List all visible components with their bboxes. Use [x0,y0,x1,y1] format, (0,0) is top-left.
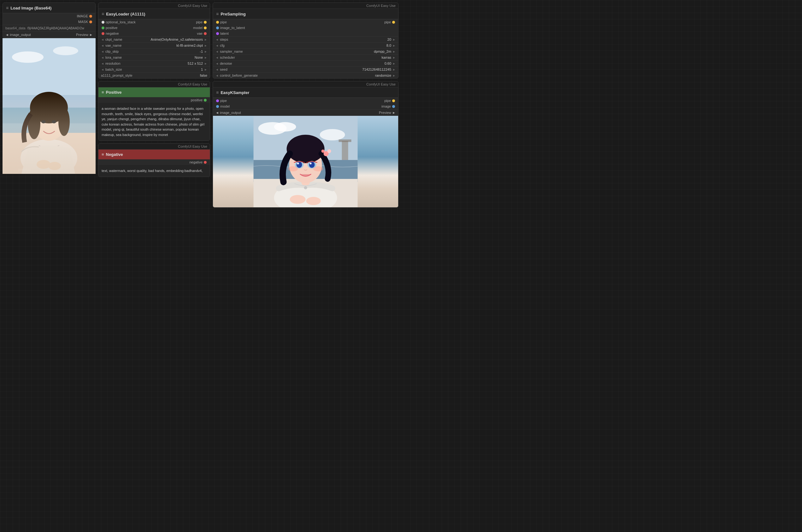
cfg-arrow-left[interactable]: ◄ [215,44,218,48]
easysampler-badge: ComfyUI Easy Use [213,81,398,88]
cfg-label: cfg [220,43,225,48]
svg-point-39 [313,166,323,171]
presampling-pipe-in-label: pipe [220,20,227,24]
ckpt-arrow-right[interactable]: ► [204,38,207,41]
clip-arrow-right[interactable]: ► [204,50,207,53]
svg-point-5 [53,46,78,55]
negative-header: ≡ Negative [98,150,210,159]
control-arrow-left[interactable]: ◄ [215,74,218,77]
lora-name-row: ◄ lora_name None ► [98,54,210,60]
denoise-arrow-left[interactable]: ◄ [215,62,218,65]
control-before-generate-label: control_before_generate [220,74,258,77]
sampler-name-row: ◄ sampler_name dpmpp_2m ► [213,48,398,54]
lora-stack-dot [101,21,104,24]
lora-name-label: lora_name [106,56,122,59]
ckpt-arrow-left[interactable]: ◄ [101,38,104,41]
latent-dot [216,32,219,35]
vae-arrow-left[interactable]: ◄ [101,44,104,48]
svg-rect-2 [2,108,96,133]
prompt-style-value: false [200,74,207,77]
negative-output-label: negative [189,160,203,164]
lora-arrow-right[interactable]: ► [204,56,207,59]
vae-arrow-right[interactable]: ► [204,44,207,48]
preview-btn[interactable]: Preview ► [76,33,93,37]
presampling-title: PreSampling [221,12,246,16]
batch-arrow-left[interactable]: ◄ [101,68,104,71]
easysampler-pipe-out-label: pipe [384,99,391,102]
svg-rect-6 [2,133,96,174]
source-photo-svg: yenaluiz [2,38,96,174]
easysampler-pipe-out-dot [392,99,395,102]
image-output-btn[interactable]: ◄ image_output [5,33,31,37]
negative-output-row: negative [98,159,210,165]
sched-arrow-left[interactable]: ◄ [215,56,218,59]
svg-rect-1 [2,95,96,114]
image-output-label: IMAGE [77,14,88,18]
sched-arrow-right[interactable]: ► [393,56,396,59]
negative-text[interactable]: text, watermark, worst quality, bad hand… [98,165,210,177]
image-output-row: IMAGE [3,13,95,19]
svg-point-35 [309,162,315,168]
seed-arrow-left[interactable]: ◄ [215,68,218,71]
denoise-value: 0.60 [385,61,391,65]
res-arrow-left[interactable]: ◄ [101,62,104,65]
positive-io-row: positive model [98,25,210,31]
presampling-pipe-out-dot [392,21,395,24]
svg-point-20 [320,129,345,140]
positive-output-dot [204,99,207,101]
model-out-dot [204,26,207,29]
svg-point-34 [297,162,302,168]
easysampler-node: ComfyUI Easy Use ≡ EasyKSampler pipe pip… [213,81,399,208]
seed-value: 714212648112245 [362,68,391,71]
svg-rect-22 [339,139,351,142]
cfg-row: ◄ cfg 8.0 ► [213,42,398,48]
svg-point-4 [12,52,43,63]
lora-arrow-left[interactable]: ◄ [101,56,104,59]
clip-arrow-left[interactable]: ◄ [101,50,104,53]
steps-row: ◄ steps 20 ► [213,36,398,42]
res-arrow-right[interactable]: ► [204,62,207,65]
pipe-out-dot [204,21,207,24]
denoise-arrow-right[interactable]: ► [393,62,396,65]
control-arrow-right[interactable]: ► [393,74,396,77]
svg-point-37 [310,163,312,165]
seed-arrow-right[interactable]: ► [393,68,396,71]
steps-arrow-right[interactable]: ► [393,38,396,41]
vae-name-value: kl-f8-anime2.ckpt [176,43,203,48]
svg-point-42 [306,197,321,205]
steps-arrow-left[interactable]: ◄ [215,38,218,41]
generated-photo [213,116,398,207]
preview-row[interactable]: ◄ image_output Preview ► [3,31,95,38]
svg-rect-21 [342,141,348,160]
model-out-label: model [193,26,203,30]
svg-point-13 [52,120,56,124]
svg-point-14 [37,160,51,169]
easysampler-image-output-btn[interactable]: ◄ image_output [215,111,241,115]
steps-value: 20 [387,38,391,41]
presampling-pipe-in-dot [216,21,219,24]
vae-name-label: vae_name [106,43,121,48]
sampler-arrow-right[interactable]: ► [393,50,396,53]
sampler-arrow-left[interactable]: ◄ [215,50,218,53]
easysampler-preview-btn[interactable]: Preview ► [379,111,396,115]
control-before-generate-value: randomize [375,74,391,77]
svg-point-40 [304,186,307,189]
batch-size-row: ◄ batch_size 1 ► [98,66,210,72]
prompt-style-row: a1111_prompt_style false [98,72,210,78]
easysampler-pipe-row: pipe pipe [213,98,398,103]
presampling-pipe-row: pipe pipe [213,19,398,25]
easysampler-model-row: model image [213,103,398,109]
batch-arrow-right[interactable]: ► [204,68,207,71]
cfg-arrow-right[interactable]: ► [393,44,396,48]
load-image-header: ≡ Load Image (Base64) [3,3,95,13]
ckpt-name-row: ◄ ckpt_name Anime|OnlyAnime_v2.safetenso… [98,36,210,42]
resolution-row: ◄ resolution 512 x 512 ► [98,60,210,66]
seed-row: ◄ seed 714212648112245 ► [213,66,398,72]
svg-point-9 [30,92,68,124]
presampling-badge: ComfyUI Easy Use [213,3,398,9]
sampler-name-label: sampler_name [220,50,243,53]
easysampler-preview-row[interactable]: ◄ image_output Preview ► [213,109,398,116]
negative-in-label: negative [106,32,119,35]
positive-text[interactable]: a woman detailed face in a white sweater… [98,103,210,140]
easyloader-header: ≡ EasyLoader (A1111) [98,9,210,19]
